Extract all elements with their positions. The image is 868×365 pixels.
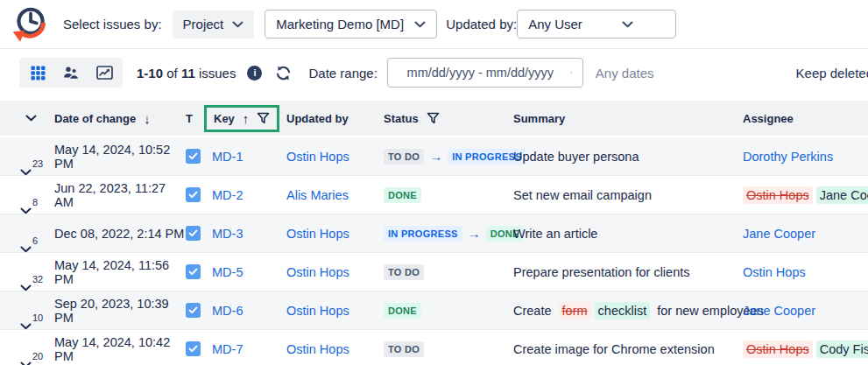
status-badge: DONE xyxy=(384,303,421,319)
project-dropdown-value: Marketing Demo [MD] xyxy=(276,17,404,32)
date-of-change: May 14, 2024, 11:56 PM xyxy=(54,258,186,286)
filter-funnel-icon[interactable] xyxy=(427,112,440,124)
status-cell: IN PROGRESSDONE xyxy=(378,226,506,242)
summary-segment: Create xyxy=(513,304,555,318)
date-cell: May 14, 2024, 10:42 PM xyxy=(54,335,186,363)
summary-segment-removed: form xyxy=(559,302,591,319)
filter-funnel-icon[interactable] xyxy=(257,112,270,124)
expand-chevron-icon[interactable] xyxy=(20,323,32,330)
assignee-link[interactable]: Jane Cooper xyxy=(743,304,815,318)
column-header-inner xyxy=(19,115,37,122)
date-cell: May 14, 2024, 11:56 PM xyxy=(54,258,186,286)
expand-chevron-icon[interactable] xyxy=(20,361,32,365)
column-header-inner: Updated by xyxy=(286,112,349,125)
type-cell xyxy=(186,264,212,279)
table-row: 32May 14, 2024, 11:56 PMMD-5Ostin HopsTO… xyxy=(0,253,868,291)
type-cell xyxy=(186,303,212,318)
task-type-icon xyxy=(186,341,201,356)
expand-chevron-icon[interactable] xyxy=(20,284,32,291)
table-view-button[interactable] xyxy=(22,60,53,85)
date-range-input[interactable] xyxy=(399,66,562,80)
issue-key-link[interactable]: MD-5 xyxy=(212,265,243,279)
column-header-inner: T xyxy=(186,112,193,125)
column-header-key[interactable]: Key xyxy=(212,105,286,132)
chart-view-button[interactable] xyxy=(88,60,120,85)
issue-key-link[interactable]: MD-2 xyxy=(212,188,243,202)
column-label: Summary xyxy=(513,112,565,125)
issue-key-link[interactable]: MD-3 xyxy=(212,227,243,241)
keep-deleted-label[interactable]: Keep deleted xyxy=(796,66,868,81)
column-header-date[interactable]: Date of change xyxy=(54,111,186,126)
assignee-link[interactable]: Jane Cooper xyxy=(743,227,815,241)
date-cell: Jun 22, 2023, 11:27 AM xyxy=(54,181,186,209)
assignee-link[interactable]: Dorothy Perkins xyxy=(743,150,833,164)
issue-history-clock-logo-icon xyxy=(9,4,51,46)
column-label: T xyxy=(186,112,193,125)
updated-by-link[interactable]: Ostin Hops xyxy=(286,304,349,318)
table-row: 20May 14, 2024, 10:42 PMMD-7Ostin HopsTO… xyxy=(0,330,868,365)
issue-key-link[interactable]: MD-7 xyxy=(212,342,243,356)
users-icon xyxy=(63,66,80,81)
updated-by-cell: Ostin Hops xyxy=(286,304,378,318)
updated-by-cell: Alis Maries xyxy=(286,188,378,202)
key-cell: MD-6 xyxy=(212,304,286,318)
key-cell: MD-7 xyxy=(212,342,286,356)
status-cell: TO DOIN PROGRESS xyxy=(378,149,506,165)
updated-by-link[interactable]: Ostin Hops xyxy=(286,265,349,279)
user-dropdown[interactable]: Any User xyxy=(517,10,676,39)
column-header-updated: Updated by xyxy=(286,112,378,125)
expand-chevron-icon[interactable] xyxy=(20,169,32,176)
status-cell: TO DO xyxy=(378,264,506,280)
expand-chevron-icon[interactable] xyxy=(20,207,32,214)
calendar-icon[interactable] xyxy=(571,65,572,81)
date-range-field[interactable] xyxy=(387,58,583,88)
status-badge: IN PROGRESS xyxy=(384,226,462,242)
users-view-button[interactable] xyxy=(55,60,87,85)
summary-cell: Write an article xyxy=(506,227,736,241)
table-row: 23May 14, 2024, 10:52 PMMD-1Ostin HopsTO… xyxy=(0,137,868,176)
date-range-label: Date range: xyxy=(308,66,377,81)
column-header-inner: Assignee xyxy=(743,112,794,125)
expand-all-chevron-icon[interactable] xyxy=(25,115,37,122)
change-count: 20 xyxy=(32,351,43,361)
assignee-link[interactable]: Ostin Hops xyxy=(743,265,806,279)
updated-by-link[interactable]: Ostin Hops xyxy=(286,342,349,356)
date-cell: Sep 20, 2023, 10:39 PM xyxy=(54,297,186,325)
issues-count-unit: issues xyxy=(199,66,236,81)
updated-by-link[interactable]: Alis Maries xyxy=(286,188,349,202)
summary-cell: Update buyer persona xyxy=(506,150,736,164)
sort-ascending-icon[interactable] xyxy=(243,111,250,126)
project-dropdown[interactable]: Marketing Demo [MD] xyxy=(265,10,437,39)
table-row: 8Jun 22, 2023, 11:27 AMMD-2Alis MariesDO… xyxy=(0,176,868,214)
summary-segment: Create image for Chrome extension xyxy=(513,342,715,356)
expand-chevron-icon[interactable] xyxy=(20,246,32,253)
updated-by-cell: Ostin Hops xyxy=(286,227,378,241)
issue-key-link[interactable]: MD-1 xyxy=(212,150,243,164)
updated-by-cell: Ostin Hops xyxy=(286,150,378,164)
issues-count-total: 11 xyxy=(181,66,195,81)
issues-count: 1-10 of 11 issues xyxy=(137,66,236,81)
task-type-icon xyxy=(186,149,201,164)
select-mode-dropdown[interactable]: Project xyxy=(173,11,255,39)
column-header-inner: Status xyxy=(384,112,440,125)
issue-key-link[interactable]: MD-6 xyxy=(212,304,243,318)
sort-descending-icon[interactable] xyxy=(144,111,151,126)
updated-by-label: Updated by: xyxy=(446,17,517,32)
change-count: 32 xyxy=(32,274,43,284)
status-cell: DONE xyxy=(378,303,506,319)
column-header-status[interactable]: Status xyxy=(378,112,506,125)
date-of-change: Jun 22, 2023, 11:27 AM xyxy=(54,181,186,209)
summary-segment: Update buyer persona xyxy=(513,150,639,164)
updated-by-cell: Ostin Hops xyxy=(286,342,378,356)
updated-by-link[interactable]: Ostin Hops xyxy=(286,227,349,241)
info-icon[interactable] xyxy=(247,66,262,81)
table-header-row: Date of changeTKeyUpdated byStatusSummar… xyxy=(0,101,868,136)
type-cell xyxy=(186,149,212,164)
updated-by-link[interactable]: Ostin Hops xyxy=(286,150,349,164)
assignee-cell: Ostin Hops xyxy=(736,265,868,279)
select-mode-value: Project xyxy=(183,17,224,32)
refresh-button[interactable] xyxy=(275,65,292,81)
table-row: 10Sep 20, 2023, 10:39 PMMD-6Ostin HopsDO… xyxy=(0,291,868,330)
summary-cell: Create image for Chrome extension xyxy=(506,342,736,356)
task-type-icon xyxy=(186,226,201,241)
